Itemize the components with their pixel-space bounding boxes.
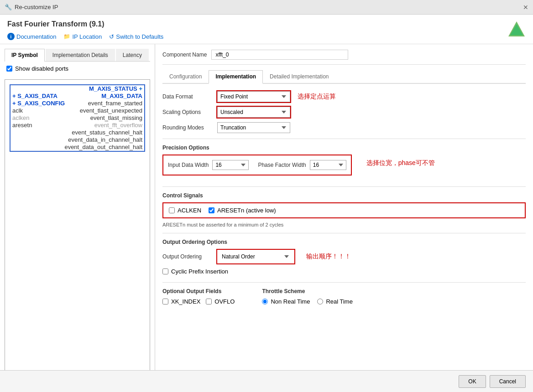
info-icon: i — [7, 33, 15, 40]
content-area: IP Symbol Implementation Details Latency… — [0, 44, 533, 377]
ovflo-checkbox[interactable] — [206, 299, 212, 304]
phase-factor-width-select[interactable]: 8 16 24 32 — [310, 160, 346, 170]
documentation-button[interactable]: i Documentation — [7, 33, 56, 40]
data-format-select[interactable]: Fixed Point Floating Point — [217, 91, 290, 102]
ip-signal-box: M_AXIS_STATUS + + S_AXIS_DATA M_AXIS_DAT… — [10, 84, 145, 152]
tab-implementation-details[interactable]: Implementation Details — [46, 49, 115, 61]
data-format-row: Data Format Fixed Point Floating Point 选… — [162, 91, 526, 102]
precision-box: Input Data Width 8 16 24 32 Phase Factor… — [162, 155, 352, 175]
ip-location-button[interactable]: 📁 IP Location — [63, 33, 102, 40]
aresetn-notice: ARESETn must be asserted for a minimum o… — [162, 222, 526, 227]
output-ordering-select[interactable]: Natural Order Bit/Digit Reversed Order — [219, 252, 293, 262]
output-ordering-row: Output Ordering Natural Order Bit/Digit … — [162, 249, 526, 264]
close-button[interactable]: ✕ — [523, 4, 528, 11]
titlebar-icon: 🔧 — [5, 4, 12, 10]
ovflo-item: OVFLO — [206, 298, 235, 305]
signal-row-data-out-halt: event_data_out_channel_halt — [10, 144, 144, 151]
tab-latency[interactable]: Latency — [116, 49, 149, 61]
precision-annotation: 选择位宽，phase可不管 — [366, 159, 435, 167]
signal-row-config: + S_AXIS_CONFIG event_frame_started — [10, 100, 144, 107]
component-name-input[interactable] — [211, 50, 348, 60]
component-name-row: Component Name — [162, 50, 526, 65]
signal-row-aclk: aclk event_tlast_unexpected — [10, 107, 144, 114]
titlebar: 🔧 Re-customize IP ✕ — [0, 0, 533, 15]
right-tabs: Configuration Implementation Detailed Im… — [162, 70, 526, 84]
app-logo — [507, 21, 526, 40]
right-panel: Component Name Configuration Implementat… — [155, 44, 533, 377]
tab-ip-symbol[interactable]: IP Symbol — [5, 49, 45, 62]
optional-output-title: Optional Output Fields — [162, 288, 235, 294]
bottom-section: Optional Output Fields XK_INDEX OVFLO Th… — [162, 288, 526, 309]
throttle-scheme-title: Throttle Scheme — [262, 288, 353, 294]
cancel-button[interactable]: Cancel — [490, 375, 526, 388]
control-signals-box: ACLKEN ARESETn (active low) — [162, 202, 526, 218]
xk-index-item: XK_INDEX — [162, 298, 200, 305]
show-disabled-row: Show disabled ports — [5, 62, 150, 76]
aclken-checkbox[interactable] — [169, 207, 175, 213]
tab-detailed-implementation[interactable]: Detailed Implementation — [263, 70, 335, 83]
rounding-modes-select[interactable]: Truncation Convergent Rounding — [217, 122, 290, 133]
signal-row-data-in-halt: event_data_in_channel_halt — [10, 136, 144, 144]
main-header: Fast Fourier Transform (9.1) i Documenta… — [0, 15, 533, 44]
ok-button[interactable]: OK — [459, 375, 486, 388]
output-ordering-annotation: 输出顺序！！！ — [306, 253, 351, 261]
aresetn-item: ARESETn (active low) — [209, 207, 276, 214]
output-ordering-title: Output Ordering Options — [162, 239, 526, 245]
throttle-scheme-radio-group: Non Real Time Real Time — [262, 298, 353, 305]
xk-index-checkbox[interactable] — [162, 299, 168, 304]
left-tabs: IP Symbol Implementation Details Latency — [5, 49, 150, 62]
signal-row-status-halt: event_status_channel_halt — [10, 129, 144, 136]
folder-icon: 📁 — [63, 33, 70, 40]
refresh-icon: ↺ — [109, 33, 114, 40]
ip-symbol-area: M_AXIS_STATUS + + S_AXIS_DATA M_AXIS_DAT… — [5, 79, 150, 372]
toolbar: i Documentation 📁 IP Location ↺ Switch t… — [7, 33, 526, 40]
aclken-item: ACLKEN — [169, 207, 201, 214]
output-select-box: Natural Order Bit/Digit Reversed Order — [216, 249, 295, 264]
input-data-width-select[interactable]: 8 16 24 32 — [212, 160, 249, 170]
optional-output-fields-col: Optional Output Fields XK_INDEX OVFLO — [162, 288, 235, 309]
throttle-scheme-col: Throttle Scheme Non Real Time Real Time — [262, 288, 353, 309]
cyclic-prefix-row: Cyclic Prefix Insertion — [162, 268, 526, 275]
phase-factor-width-item: Phase Factor Width 8 16 24 32 — [258, 160, 346, 170]
footer: OK Cancel — [0, 370, 533, 392]
titlebar-title: 🔧 Re-customize IP — [5, 4, 58, 10]
scaling-options-row: Scaling Options Unscaled Scaled Block Fl… — [162, 107, 526, 118]
input-data-width-item: Input Data Width 8 16 24 32 — [168, 160, 249, 170]
non-real-time-item: Non Real Time — [262, 298, 310, 305]
signal-row-aclken: aclken event_tlast_missing — [10, 114, 144, 122]
signal-row-aresetn: aresetn event_fft_overflow — [10, 122, 144, 129]
scaling-options-select[interactable]: Unscaled Scaled Block Floating Point — [217, 107, 290, 118]
show-disabled-checkbox[interactable] — [6, 66, 12, 72]
data-format-annotation: 选择定点运算 — [298, 93, 336, 101]
tab-configuration[interactable]: Configuration — [162, 70, 209, 83]
left-panel: IP Symbol Implementation Details Latency… — [0, 44, 155, 377]
cyclic-prefix-checkbox[interactable] — [162, 268, 168, 274]
precision-options-title: Precision Options — [162, 144, 526, 151]
aresetn-checkbox[interactable] — [209, 207, 214, 213]
page-title: Fast Fourier Transform (9.1) — [7, 20, 526, 28]
control-signals-title: Control Signals — [162, 192, 526, 199]
svg-marker-2 — [509, 22, 524, 36]
rounding-modes-row: Rounding Modes Truncation Convergent Rou… — [162, 122, 526, 133]
switch-to-defaults-button[interactable]: ↺ Switch to Defaults — [109, 33, 163, 40]
signal-row-status: M_AXIS_STATUS + — [10, 85, 144, 93]
real-time-radio[interactable] — [317, 299, 323, 304]
optional-output-checkboxes: XK_INDEX OVFLO — [162, 298, 235, 305]
tab-implementation[interactable]: Implementation — [209, 70, 263, 84]
non-real-time-radio[interactable] — [262, 299, 268, 304]
signal-row-mdata: + S_AXIS_DATA M_AXIS_DATA — [10, 93, 144, 100]
real-time-item: Real Time — [317, 298, 353, 305]
